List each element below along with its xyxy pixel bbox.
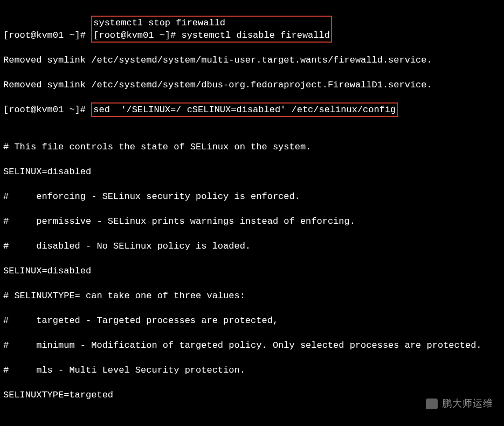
prompt-line: [root@kvm01 ~]# sed '/SELINUX=/ cSELINUX… <box>3 104 501 116</box>
command-highlight-1: systemctl stop firewalld [root@kvm01 ~]#… <box>91 16 332 43</box>
output-line: SELINUX=disabled <box>3 265 501 277</box>
output-line: # permissive - SELinux prints warnings i… <box>3 215 501 228</box>
wechat-icon <box>426 398 438 409</box>
output-line: # This file controls the state of SELinu… <box>3 141 501 153</box>
shell-prompt: [root@kvm01 ~]# <box>93 30 181 40</box>
output-line: # disabled - No SELinux policy is loaded… <box>3 240 501 252</box>
shell-prompt: [root@kvm01 ~]# <box>3 30 91 40</box>
output-line: # targeted - Targeted processes are prot… <box>3 314 501 327</box>
command-highlight-2: sed '/SELINUX=/ cSELINUX=disabled' /etc/… <box>91 102 398 117</box>
output-line: # minimum - Modification of targeted pol… <box>3 339 501 352</box>
cmd-stop-firewalld: systemctl stop firewalld <box>93 18 225 28</box>
prompt-line: [root@kvm01 ~]# systemctl stop firewalld… <box>3 17 501 42</box>
output-line: # mls - Multi Level Security protection. <box>3 364 501 376</box>
terminal-output[interactable]: [root@kvm01 ~]# systemctl stop firewalld… <box>0 0 504 426</box>
watermark-text: 鹏大师运维 <box>442 397 493 410</box>
watermark: 鹏大师运维 <box>426 397 493 410</box>
output-line: # SELINUXTYPE= can take one of three val… <box>3 290 501 302</box>
cmd-sed-preview: sed '/SELINUX=/ cSELINUX=disabled' /etc/… <box>93 105 396 115</box>
output-line: Removed symlink /etc/systemd/system/mult… <box>3 54 501 66</box>
output-line: SELINUX=disabled <box>3 166 501 178</box>
output-line: # enforcing - SELinux security policy is… <box>3 190 501 203</box>
shell-prompt: [root@kvm01 ~]# <box>3 105 91 115</box>
cmd-disable-firewalld: systemctl disable firewalld <box>181 30 329 40</box>
output-line: Removed symlink /etc/systemd/system/dbus… <box>3 79 501 91</box>
